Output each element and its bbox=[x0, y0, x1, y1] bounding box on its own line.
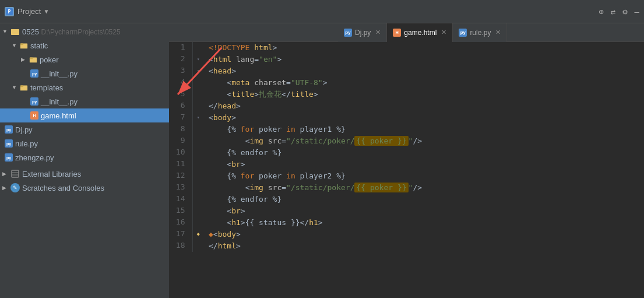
py-icon-dj: py bbox=[5, 125, 13, 134]
line-gutter bbox=[192, 124, 204, 135]
line-code: <meta charset="UTF-8"> bbox=[204, 77, 644, 89]
minimize-icon[interactable]: — bbox=[635, 7, 639, 16]
code-line-2: 2▾<html lang="en"> bbox=[169, 54, 644, 65]
sidebar-item-rulepy[interactable]: py rule.py bbox=[0, 136, 169, 150]
svg-rect-10 bbox=[12, 170, 19, 177]
sidebar-label-poker: poker bbox=[40, 55, 59, 64]
sidebar-item-scratches[interactable]: ▶ ✎ Scratches and Consoles bbox=[0, 181, 169, 195]
root-label: 0525 D:\PycharmProjects\0525 bbox=[22, 27, 121, 36]
project-label[interactable]: Project bbox=[17, 7, 41, 16]
line-number: 3 bbox=[169, 65, 192, 77]
sidebar-item-external[interactable]: ▶ External Libraries bbox=[0, 167, 169, 181]
line-code: <img src="/static/poker/{{ poker }}"/> bbox=[204, 182, 644, 194]
external-icon bbox=[10, 169, 20, 178]
folder-poker-icon bbox=[29, 55, 37, 64]
sidebar-item-init1[interactable]: py __init__.py bbox=[0, 66, 169, 80]
line-number: 11 bbox=[169, 159, 192, 170]
sidebar-item-templates[interactable]: ▼ templates bbox=[0, 80, 169, 94]
line-number: 9 bbox=[169, 135, 192, 147]
static-arrow: ▼ bbox=[12, 43, 17, 48]
folder-templates-icon bbox=[20, 83, 28, 92]
code-line-8: 8 {% for poker in player1 %} bbox=[169, 124, 644, 135]
line-gutter bbox=[192, 42, 204, 54]
line-code: <body> bbox=[204, 112, 644, 124]
code-line-18: 18</html> bbox=[169, 240, 644, 252]
sidebar-item-zhengze[interactable]: py zhengze.py bbox=[0, 150, 169, 164]
tab-close-gamehtml[interactable]: ✕ bbox=[441, 29, 446, 36]
code-line-3: 3▾<head> bbox=[169, 65, 644, 77]
sidebar-label-static: static bbox=[30, 41, 48, 50]
title-bar: P Project ▼ ⊕ ⇄ ⚙ — bbox=[0, 0, 644, 23]
tab-label-rulepy: rule.py bbox=[470, 29, 491, 37]
line-code: <!DOCTYPE html> bbox=[204, 42, 644, 54]
tab-rulepy[interactable]: py rule.py ✕ bbox=[453, 23, 507, 42]
title-bar-left: P Project ▼ bbox=[5, 7, 174, 16]
code-line-7: 7▾<body> bbox=[169, 112, 644, 124]
tab-close-djpy[interactable]: ✕ bbox=[375, 29, 381, 36]
svg-rect-9 bbox=[20, 86, 23, 87]
line-number: 15 bbox=[169, 205, 192, 217]
sidebar-label-scratches: Scratches and Consoles bbox=[22, 184, 104, 192]
sidebar-label-init1: __init__.py bbox=[41, 69, 78, 78]
line-code: {% for poker in player1 %} bbox=[204, 124, 644, 135]
sidebar-label-templates: templates bbox=[30, 83, 63, 92]
line-code: </html> bbox=[204, 240, 644, 252]
code-line-5: 5 <title>扎金花</title> bbox=[169, 89, 644, 100]
tab-djpy[interactable]: py Dj.py ✕ bbox=[338, 23, 387, 42]
line-code: {% endfor %} bbox=[204, 194, 644, 205]
scratches-icon: ✎ bbox=[10, 183, 20, 192]
sidebar-label-rulepy: rule.py bbox=[15, 139, 38, 148]
line-gutter bbox=[192, 170, 204, 182]
main-content: ▼ 0525 D:\PycharmProjects\0525 ▼ static … bbox=[0, 23, 644, 298]
code-line-12: 12 {% for poker in player2 %} bbox=[169, 170, 644, 182]
line-gutter: ▾ bbox=[192, 54, 204, 65]
layout-icon[interactable]: ⇄ bbox=[611, 7, 615, 16]
tab-icon-rulepy: py bbox=[459, 29, 467, 37]
svg-text:P: P bbox=[8, 9, 11, 15]
line-number: 13 bbox=[169, 182, 192, 194]
add-icon[interactable]: ⊕ bbox=[599, 7, 603, 16]
line-gutter bbox=[192, 194, 204, 205]
line-code: <html lang="en"> bbox=[204, 54, 644, 65]
folder-icon bbox=[10, 27, 20, 36]
code-line-11: 11 <br> bbox=[169, 159, 644, 170]
line-gutter bbox=[192, 77, 204, 89]
code-line-1: 1<!DOCTYPE html> bbox=[169, 42, 644, 54]
external-arrow: ▶ bbox=[2, 171, 8, 177]
line-number: 6 bbox=[169, 100, 192, 112]
sidebar-item-static[interactable]: ▼ static bbox=[0, 38, 169, 52]
root-arrow: ▼ bbox=[2, 29, 8, 34]
sidebar-item-poker[interactable]: ▶ poker bbox=[0, 52, 169, 66]
line-number: 7 bbox=[169, 112, 192, 124]
svg-rect-5 bbox=[20, 44, 23, 45]
tab-close-rulepy[interactable]: ✕ bbox=[495, 29, 501, 36]
line-code: </head> bbox=[204, 100, 644, 112]
line-code: <br> bbox=[204, 205, 644, 217]
line-number: 10 bbox=[169, 147, 192, 159]
tab-label-gamehtml: game.html bbox=[404, 29, 437, 37]
line-number: 8 bbox=[169, 124, 192, 135]
poker-arrow: ▶ bbox=[21, 57, 27, 62]
py-icon-init1: py bbox=[30, 69, 38, 78]
code-line-14: 14 {% endfor %} bbox=[169, 194, 644, 205]
line-number: 2 bbox=[169, 54, 192, 65]
line-code: <br> bbox=[204, 159, 644, 170]
line-code: ◆<body> bbox=[204, 229, 644, 240]
line-code: {% for poker in player2 %} bbox=[204, 170, 644, 182]
code-line-9: 9 <img src="/static/poker/{{ poker }}"/> bbox=[169, 135, 644, 147]
code-line-16: 16 <h1>{{ status }}</h1> bbox=[169, 217, 644, 229]
line-gutter: ◆ bbox=[192, 229, 204, 240]
sidebar-item-djpy[interactable]: py Dj.py bbox=[0, 122, 169, 136]
sidebar: ▼ 0525 D:\PycharmProjects\0525 ▼ static … bbox=[0, 23, 169, 298]
sidebar-root[interactable]: ▼ 0525 D:\PycharmProjects\0525 bbox=[0, 24, 169, 38]
sidebar-label-zhengze: zhengze.py bbox=[15, 153, 54, 162]
line-number: 16 bbox=[169, 217, 192, 229]
tabs-bar: py Dj.py ✕ H game.html ✕ py rule.py ✕ bbox=[169, 23, 644, 42]
sidebar-item-init2[interactable]: py __init__.py bbox=[0, 94, 169, 108]
tab-gamehtml[interactable]: H game.html ✕ bbox=[387, 23, 453, 42]
line-gutter: ▾ bbox=[192, 65, 204, 77]
project-dropdown-arrow[interactable]: ▼ bbox=[44, 8, 48, 15]
settings-icon[interactable]: ⚙ bbox=[622, 7, 627, 16]
code-editor[interactable]: 1<!DOCTYPE html>2▾<html lang="en">3▾<hea… bbox=[169, 42, 644, 298]
sidebar-item-gamehtml[interactable]: H game.html bbox=[0, 108, 169, 122]
